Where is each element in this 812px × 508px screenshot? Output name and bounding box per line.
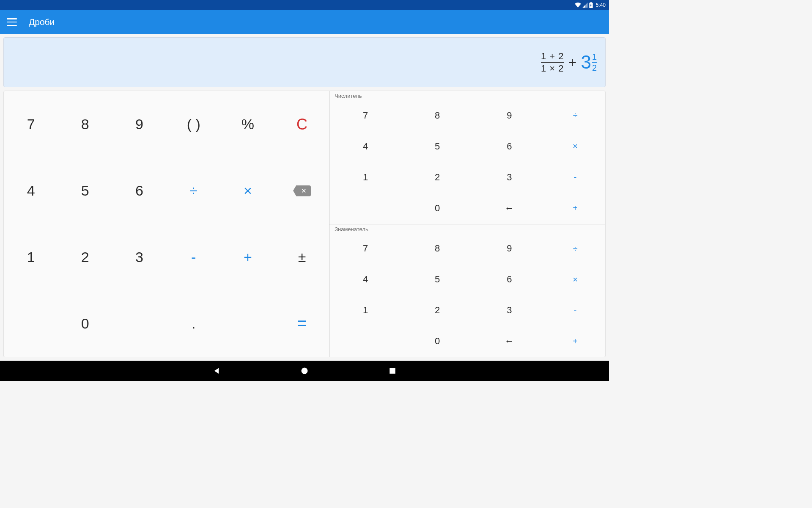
num-key-plus[interactable]: + <box>545 193 605 224</box>
mixed-whole: 3 <box>581 53 591 72</box>
den-key-3[interactable]: 3 <box>473 295 545 326</box>
fraction-denominator: 1 × 2 <box>541 64 564 73</box>
menu-icon[interactable] <box>7 18 17 26</box>
key-empty-2 <box>112 290 166 357</box>
svg-point-2 <box>302 368 308 374</box>
num-key-8[interactable]: 8 <box>401 100 473 131</box>
android-nav-bar <box>0 361 609 381</box>
denominator-label: Знаменатель <box>329 226 605 233</box>
key-equals[interactable]: = <box>275 290 329 357</box>
num-key-divide[interactable]: ÷ <box>545 100 605 131</box>
den-key-empty <box>329 326 401 357</box>
cell-signal-icon <box>582 3 588 8</box>
status-time: 5:40 <box>596 2 606 8</box>
den-key-4[interactable]: 4 <box>329 264 401 295</box>
key-percent[interactable]: % <box>221 91 275 157</box>
key-decimal[interactable]: . <box>167 290 221 357</box>
battery-charging-icon <box>589 2 593 8</box>
den-key-2[interactable]: 2 <box>401 295 473 326</box>
den-key-multiply[interactable]: × <box>545 264 605 295</box>
key-0[interactable]: 0 <box>58 290 112 357</box>
key-5[interactable]: 5 <box>58 157 112 224</box>
num-key-9[interactable]: 9 <box>473 100 545 131</box>
expression-display[interactable]: 1 + 2 1 × 2 + 3 1 2 <box>3 37 606 87</box>
key-clear[interactable]: C <box>275 91 329 157</box>
den-key-9[interactable]: 9 <box>473 233 545 264</box>
key-3[interactable]: 3 <box>112 224 166 290</box>
key-backspace[interactable]: ✕ <box>275 157 329 224</box>
num-key-7[interactable]: 7 <box>329 100 401 131</box>
key-8[interactable]: 8 <box>58 91 112 157</box>
den-key-plus[interactable]: + <box>545 326 605 357</box>
num-key-4[interactable]: 4 <box>329 131 401 162</box>
den-key-divide[interactable]: ÷ <box>545 233 605 264</box>
num-key-0[interactable]: 0 <box>401 193 473 224</box>
key-7[interactable]: 7 <box>4 91 58 157</box>
num-key-3[interactable]: 3 <box>473 162 545 193</box>
app-title: Дроби <box>29 17 55 27</box>
nav-recent-icon[interactable] <box>387 365 398 377</box>
key-1[interactable]: 1 <box>4 224 58 290</box>
key-parens[interactable]: ( ) <box>167 91 221 157</box>
fraction-display: 1 + 2 1 × 2 <box>541 51 564 73</box>
den-key-minus[interactable]: - <box>545 295 605 326</box>
nav-back-icon[interactable] <box>211 365 222 377</box>
key-6[interactable]: 6 <box>112 157 166 224</box>
key-multiply[interactable]: × <box>221 157 275 224</box>
wifi-icon <box>575 3 581 8</box>
operator-plus: + <box>568 54 577 71</box>
key-empty-3 <box>221 290 275 357</box>
den-key-8[interactable]: 8 <box>401 233 473 264</box>
num-key-empty <box>329 193 401 224</box>
denominator-pad: Знаменатель 7 8 9 ÷ 4 5 6 × 1 2 3 - 0 ← <box>329 224 605 357</box>
fraction-numerator: 1 + 2 <box>541 51 564 61</box>
key-4[interactable]: 4 <box>4 157 58 224</box>
mixed-numerator: 1 <box>592 52 597 61</box>
num-key-1[interactable]: 1 <box>329 162 401 193</box>
mixed-number-display: 3 1 2 <box>581 52 597 72</box>
den-key-7[interactable]: 7 <box>329 233 401 264</box>
num-key-5[interactable]: 5 <box>401 131 473 162</box>
numerator-label: Числитель <box>329 93 605 100</box>
den-key-0[interactable]: 0 <box>401 326 473 357</box>
den-key-5[interactable]: 5 <box>401 264 473 295</box>
app-bar: Дроби <box>0 10 609 34</box>
main-keypad: 7 8 9 ( ) % C 4 5 6 ÷ × ✕ 1 2 3 - + ± 0 … <box>4 91 329 357</box>
backspace-icon: ✕ <box>293 185 311 196</box>
den-key-6[interactable]: 6 <box>473 264 545 295</box>
mixed-denominator: 2 <box>592 64 597 72</box>
svg-rect-1 <box>590 2 592 3</box>
key-2[interactable]: 2 <box>58 224 112 290</box>
num-key-back[interactable]: ← <box>473 193 545 224</box>
key-plus[interactable]: + <box>221 224 275 290</box>
key-divide[interactable]: ÷ <box>167 157 221 224</box>
key-9[interactable]: 9 <box>112 91 166 157</box>
key-plusminus[interactable]: ± <box>275 224 329 290</box>
num-key-minus[interactable]: - <box>545 162 605 193</box>
num-key-6[interactable]: 6 <box>473 131 545 162</box>
status-bar: 5:40 <box>0 0 609 10</box>
num-key-multiply[interactable]: × <box>545 131 605 162</box>
nav-home-icon[interactable] <box>299 365 310 377</box>
den-key-back[interactable]: ← <box>473 326 545 357</box>
numerator-pad: Числитель 7 8 9 ÷ 4 5 6 × 1 2 3 - 0 ← <box>329 91 605 224</box>
svg-rect-3 <box>390 368 395 374</box>
den-key-1[interactable]: 1 <box>329 295 401 326</box>
num-key-2[interactable]: 2 <box>401 162 473 193</box>
key-minus[interactable]: - <box>167 224 221 290</box>
key-empty-1 <box>4 290 58 357</box>
